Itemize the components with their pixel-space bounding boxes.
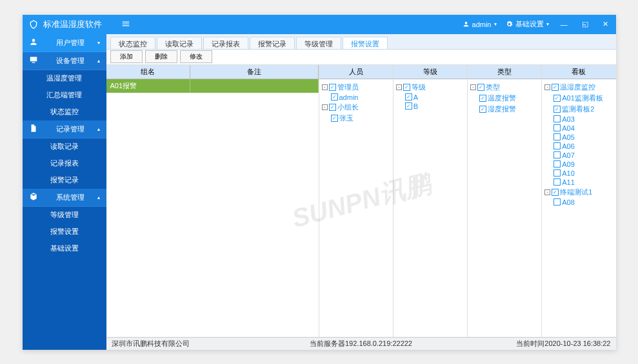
user-menu[interactable]: admin ▾ — [463, 21, 497, 28]
grid-header-name: 组名 — [106, 65, 190, 79]
sidebar-item[interactable]: 报警设置 — [23, 224, 106, 240]
tree-label[interactable]: A10 — [562, 169, 575, 177]
sidebar-item[interactable]: 记录报表 — [23, 155, 106, 172]
group-grid: 组名 备注 A01报警 — [106, 65, 319, 337]
app-window: 标准温湿度软件 admin ▾ 基础设置 ▾ — ◱ ✕ 用户管理▾设备管理▴温… — [23, 15, 616, 350]
tree-label[interactable]: 终端测试1 — [560, 187, 592, 197]
checkbox[interactable] — [553, 160, 561, 168]
checkbox[interactable] — [479, 95, 486, 102]
tree-label[interactable]: A06 — [562, 142, 575, 150]
tab[interactable]: 报警设置 — [343, 37, 388, 49]
sidebar-group[interactable]: 设备管理▴ — [23, 52, 106, 70]
tree-node: A11 — [553, 178, 613, 187]
tree-label[interactable]: 湿度报警 — [488, 104, 516, 114]
expand-icon[interactable]: - — [470, 84, 476, 90]
expand-icon[interactable]: - — [322, 84, 328, 90]
expand-icon[interactable]: - — [544, 84, 550, 90]
sidebar-group-label: 用户管理 — [43, 38, 97, 48]
toolbar-button[interactable]: 修改 — [180, 50, 212, 63]
tree-label[interactable]: admin — [339, 93, 359, 101]
checkbox[interactable] — [553, 115, 561, 122]
tab[interactable]: 记录报表 — [203, 37, 248, 49]
sidebar-item[interactable]: 状态监控 — [23, 104, 106, 120]
sidebar-item[interactable]: 等级管理 — [23, 207, 106, 224]
tree-label[interactable]: 类型 — [486, 82, 500, 92]
maximize-button[interactable]: ◱ — [579, 20, 591, 28]
tree-label[interactable]: A01监测看板 — [562, 93, 603, 103]
sidebar: 用户管理▾设备管理▴温湿度管理汇总端管理状态监控记录管理▴读取记录记录报表报警记… — [23, 34, 106, 350]
tree-label[interactable]: 小组长 — [337, 102, 359, 112]
tree-label[interactable]: 管理员 — [337, 82, 359, 92]
sidebar-group[interactable]: 系统管理▴ — [23, 189, 106, 207]
tree-node: -温湿度监控A01监测看板监测看板2A03A04A05A06A07A09A10A… — [544, 82, 613, 187]
checkbox[interactable] — [553, 124, 561, 131]
tree-label[interactable]: A09 — [562, 160, 575, 168]
tree-label[interactable]: A11 — [562, 178, 575, 186]
checkbox[interactable] — [403, 84, 410, 91]
checkbox[interactable] — [479, 106, 486, 113]
checkbox[interactable] — [405, 102, 412, 110]
tree-node: A10 — [553, 169, 613, 178]
tab[interactable]: 读取记录 — [157, 37, 202, 49]
app-body: 用户管理▾设备管理▴温湿度管理汇总端管理状态监控记录管理▴读取记录记录报表报警记… — [23, 34, 616, 350]
close-button[interactable]: ✕ — [600, 20, 611, 28]
chevron-icon: ▴ — [97, 58, 100, 64]
tree-node: A09 — [553, 160, 613, 169]
checkbox[interactable] — [329, 104, 336, 111]
tree-label[interactable]: 温度报警 — [488, 93, 516, 103]
footer-time: 当前时间2020-10-23 16:38:22 — [516, 339, 610, 349]
tree-label[interactable]: A03 — [562, 115, 575, 123]
tree-label[interactable]: A05 — [562, 133, 575, 141]
hamburger-icon[interactable] — [121, 19, 130, 30]
tree-label[interactable]: 张玉 — [339, 113, 354, 123]
tab[interactable]: 报警记录 — [250, 37, 295, 49]
tree-node: A05 — [553, 133, 613, 142]
tree-label[interactable]: 监测看板2 — [562, 104, 594, 114]
sidebar-group[interactable]: 用户管理▾ — [23, 34, 106, 52]
tree-label[interactable]: 温湿度监控 — [560, 82, 595, 92]
tree-label[interactable]: A07 — [562, 151, 575, 159]
cell-remark — [190, 79, 319, 93]
tree-label[interactable]: A08 — [562, 198, 575, 206]
panel-header: 看板 — [542, 65, 615, 79]
tab[interactable]: 等级管理 — [296, 37, 341, 49]
table-row[interactable]: A01报警 — [106, 79, 319, 93]
sidebar-item[interactable]: 基础设置 — [23, 240, 106, 257]
sidebar-item[interactable]: 读取记录 — [23, 139, 106, 155]
checkbox[interactable] — [553, 95, 561, 102]
checkbox[interactable] — [553, 169, 561, 177]
checkbox[interactable] — [329, 84, 336, 91]
footer-server: 当前服务器192.168.0.219:22222 — [310, 339, 412, 349]
tree-label[interactable]: A — [414, 93, 418, 101]
tree-panels: 人员-管理员admin-小组长张玉等级-等级AB类型-类型温度报警湿度报警看板-… — [319, 65, 616, 337]
sidebar-item[interactable]: 温湿度管理 — [23, 70, 106, 87]
checkbox[interactable] — [553, 178, 561, 186]
settings-menu[interactable]: 基础设置 ▾ — [506, 19, 549, 29]
sidebar-group[interactable]: 记录管理▴ — [23, 120, 106, 139]
expand-icon[interactable]: - — [322, 104, 328, 110]
minimize-button[interactable]: — — [558, 21, 570, 28]
checkbox[interactable] — [331, 115, 338, 122]
checkbox[interactable] — [552, 189, 559, 196]
tree-label[interactable]: A04 — [562, 124, 575, 132]
tree-node: B — [405, 102, 464, 111]
checkbox[interactable] — [553, 133, 561, 140]
checkbox[interactable] — [553, 106, 561, 113]
checkbox[interactable] — [331, 93, 338, 101]
checkbox[interactable] — [553, 198, 561, 206]
tree-label[interactable]: 等级 — [412, 82, 426, 92]
tree-label[interactable]: B — [414, 102, 418, 110]
expand-icon[interactable]: - — [396, 84, 402, 90]
tab[interactable]: 状态监控 — [110, 37, 155, 49]
toolbar-button[interactable]: 删除 — [145, 50, 177, 63]
checkbox[interactable] — [405, 93, 412, 101]
checkbox[interactable] — [553, 151, 561, 158]
tree-panel: 等级-等级AB — [394, 65, 468, 337]
checkbox[interactable] — [553, 142, 561, 149]
sidebar-item[interactable]: 汇总端管理 — [23, 87, 106, 104]
sidebar-item[interactable]: 报警记录 — [23, 172, 106, 189]
checkbox[interactable] — [552, 84, 559, 91]
checkbox[interactable] — [477, 84, 484, 91]
expand-icon[interactable]: - — [544, 189, 550, 195]
toolbar-button[interactable]: 添加 — [110, 50, 143, 63]
